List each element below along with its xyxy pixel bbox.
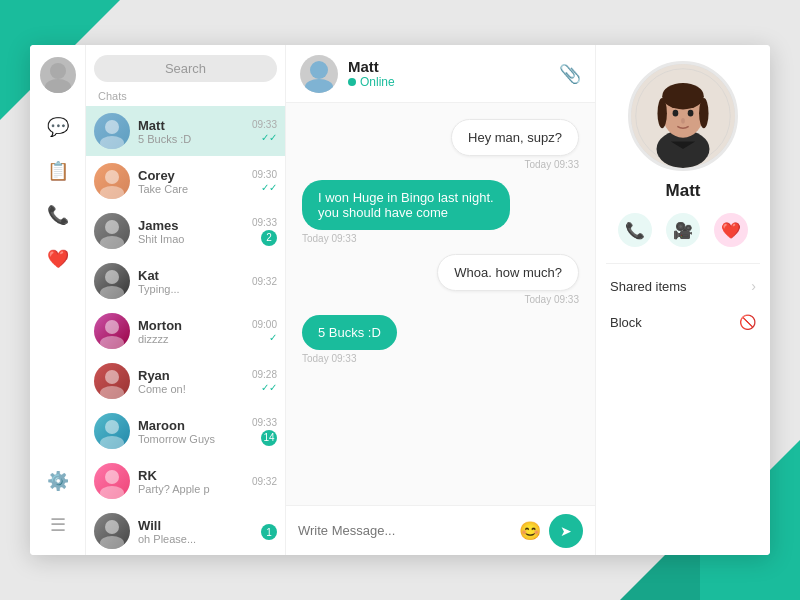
shared-items-option[interactable]: Shared items ›	[606, 268, 760, 304]
contact-meta: 09:33 14	[252, 417, 277, 446]
contact-name: Will	[138, 518, 261, 533]
svg-point-5	[100, 186, 124, 199]
svg-point-2	[105, 120, 119, 134]
contact-item-will[interactable]: Will oh Please... 1	[86, 506, 285, 555]
user-avatar[interactable]	[40, 57, 76, 93]
contact-preview: Typing...	[138, 283, 252, 295]
chat-header-info: Matt Online	[348, 58, 559, 89]
contact-time: 09:28	[252, 369, 277, 380]
svg-point-17	[100, 486, 124, 499]
contact-preview: Shit Imao	[138, 233, 252, 245]
status-text: Online	[360, 75, 395, 89]
contact-avatar	[94, 413, 130, 449]
emoji-button[interactable]: 😊	[519, 520, 541, 542]
contact-preview: Tomorrow Guys	[138, 433, 252, 445]
contact-avatar	[94, 463, 130, 499]
block-icon: 🚫	[739, 314, 756, 330]
svg-point-26	[662, 83, 704, 109]
svg-point-8	[105, 270, 119, 284]
double-check-icon: ✓✓	[261, 382, 277, 393]
contact-time: 09:33	[252, 217, 277, 228]
nav-contacts-icon[interactable]: 📋	[40, 153, 76, 189]
unread-badge: 2	[261, 230, 277, 246]
chat-header: Matt Online 📎	[286, 45, 595, 103]
contact-avatar	[94, 163, 130, 199]
contact-name: RK	[138, 468, 252, 483]
contact-info: Morton dizzzz	[138, 318, 252, 345]
svg-point-31	[681, 118, 685, 124]
favorite-button[interactable]: ❤️	[714, 213, 748, 247]
contact-time: 09:00	[252, 319, 277, 330]
message-row: I won Huge in Bingo last night. you shou…	[302, 180, 579, 244]
contact-preview: Come on!	[138, 383, 252, 395]
contact-meta: 09:30 ✓✓	[252, 169, 277, 193]
svg-point-20	[310, 61, 328, 79]
double-check-icon: ✓✓	[261, 182, 277, 193]
unread-badge: 14	[261, 430, 277, 446]
svg-point-27	[657, 98, 666, 128]
contact-avatar	[94, 213, 130, 249]
contact-item-corey[interactable]: Corey Take Care 09:30 ✓✓	[86, 156, 285, 206]
check-icon: ✓	[269, 332, 277, 343]
contact-item-james[interactable]: James Shit Imao 09:33 2	[86, 206, 285, 256]
messages-area: Hey man, supz? Today 09:33 I won Huge in…	[286, 103, 595, 505]
contact-item-matt[interactable]: Matt 5 Bucks :D 09:33 ✓✓	[86, 106, 285, 156]
nav-chat-icon[interactable]: 💬	[40, 109, 76, 145]
nav-favorites-icon[interactable]: ❤️	[40, 241, 76, 277]
contact-info: Maroon Tomorrow Guys	[138, 418, 252, 445]
chat-header-name: Matt	[348, 58, 559, 75]
svg-point-7	[100, 236, 124, 249]
message-time: Today 09:33	[302, 233, 357, 244]
contact-item-morton[interactable]: Morton dizzzz 09:00 ✓	[86, 306, 285, 356]
chats-label: Chats	[86, 86, 285, 106]
contact-item-kat[interactable]: Kat Typing... 09:32	[86, 256, 285, 306]
message-row: Hey man, supz? Today 09:33	[302, 119, 579, 170]
chat-header-avatar	[300, 55, 338, 93]
search-bar[interactable]: Search	[94, 55, 277, 82]
message-bubble: 5 Bucks :D	[302, 315, 397, 350]
attachment-icon[interactable]: 📎	[559, 63, 581, 85]
message-input[interactable]	[298, 523, 511, 538]
message-bubble: Whoa. how much?	[437, 254, 579, 291]
message-row: Whoa. how much? Today 09:33	[302, 254, 579, 305]
profile-name: Matt	[666, 181, 701, 201]
svg-point-1	[45, 79, 71, 93]
contact-meta: 09:28 ✓✓	[252, 369, 277, 393]
message-time: Today 09:33	[302, 353, 357, 364]
svg-point-0	[50, 63, 66, 79]
status-dot	[348, 78, 356, 86]
call-button[interactable]: 📞	[618, 213, 652, 247]
contact-meta: 1	[261, 522, 277, 540]
nav-settings-icon[interactable]: ⚙️	[40, 463, 76, 499]
svg-point-6	[105, 220, 119, 234]
svg-point-15	[100, 436, 124, 449]
svg-point-16	[105, 470, 119, 484]
contact-item-rk[interactable]: RK Party? Apple p 09:32	[86, 456, 285, 506]
profile-divider	[606, 263, 760, 264]
contact-meta: 09:33 2	[252, 217, 277, 246]
block-option[interactable]: Block 🚫	[606, 304, 760, 340]
contact-info: Will oh Please...	[138, 518, 261, 545]
send-button[interactable]: ➤	[549, 514, 583, 548]
svg-point-29	[673, 110, 679, 117]
contact-avatar	[94, 313, 130, 349]
contact-time: 09:32	[252, 276, 277, 287]
message-bubble: Hey man, supz?	[451, 119, 579, 156]
message-time: Today 09:33	[525, 294, 580, 305]
contact-info: Ryan Come on!	[138, 368, 252, 395]
contacts-panel: Search Chats Matt 5 Bucks :D 09:33 ✓✓ Co…	[86, 45, 286, 555]
profile-actions: 📞 🎥 ❤️	[618, 213, 748, 247]
contact-item-maroon[interactable]: Maroon Tomorrow Guys 09:33 14	[86, 406, 285, 456]
contact-item-ryan[interactable]: Ryan Come on! 09:28 ✓✓	[86, 356, 285, 406]
contact-avatar	[94, 513, 130, 549]
nav-calls-icon[interactable]: 📞	[40, 197, 76, 233]
svg-point-9	[100, 286, 124, 299]
contact-info: RK Party? Apple p	[138, 468, 252, 495]
message-time: Today 09:33	[525, 159, 580, 170]
video-button[interactable]: 🎥	[666, 213, 700, 247]
nav-menu-icon[interactable]: ☰	[40, 507, 76, 543]
profile-picture	[628, 61, 738, 171]
svg-point-13	[100, 386, 124, 399]
profile-panel: Matt 📞 🎥 ❤️ Shared items › Block 🚫	[595, 45, 770, 555]
svg-point-30	[688, 110, 694, 117]
